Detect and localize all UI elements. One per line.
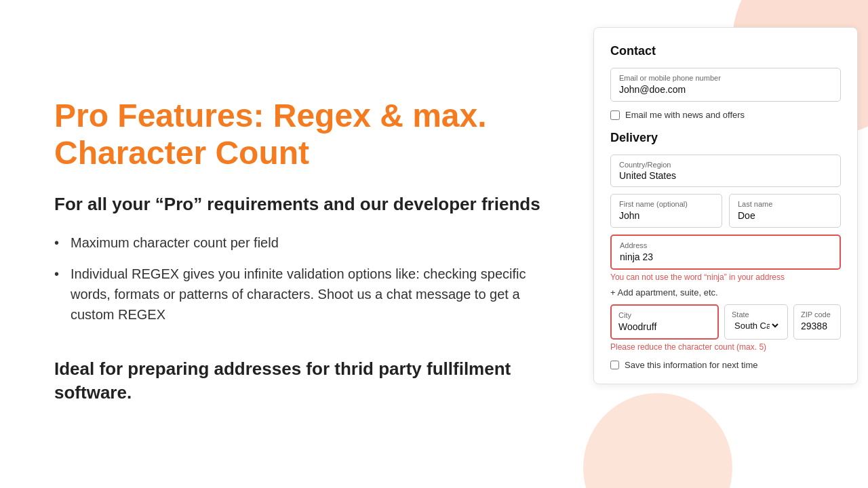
email-field-wrap: Email or mobile phone number: [610, 68, 841, 102]
city-state-zip-row: City State South Carolina ZIP code: [610, 304, 841, 340]
city-field: City: [610, 304, 719, 340]
first-name-input[interactable]: [619, 210, 713, 221]
delivery-section: Delivery Country/Region United States Fi…: [610, 131, 841, 370]
right-panel: Contact Email or mobile phone number Ema…: [583, 0, 868, 488]
save-checkbox[interactable]: [610, 361, 619, 369]
form-card: Contact Email or mobile phone number Ema…: [593, 27, 858, 384]
contact-section-title: Contact: [610, 44, 841, 58]
subtitle: For all your “Pro” requirements and our …: [54, 193, 542, 216]
save-checkbox-label: Save this information for next time: [625, 360, 758, 370]
country-field: Country/Region United States: [610, 155, 841, 187]
email-checkbox-label: Email me with news and offers: [625, 110, 745, 120]
state-select[interactable]: South Carolina: [732, 320, 781, 331]
country-value: United States: [619, 170, 832, 181]
email-checkbox[interactable]: [610, 110, 620, 120]
last-name-label: Last name: [738, 200, 832, 208]
city-error: Please reduce the character count (max. …: [610, 342, 841, 352]
zip-label: ZIP code: [801, 310, 833, 319]
zip-input[interactable]: [801, 321, 833, 331]
address-label: Address: [620, 241, 831, 249]
zip-field: ZIP code: [793, 304, 841, 340]
state-field: State South Carolina: [724, 304, 788, 340]
bullet-list: Maximum character count per field Indivi…: [54, 232, 542, 336]
address-input[interactable]: [620, 251, 831, 262]
ideal-text: Ideal for preparing addresses for thrid …: [54, 357, 542, 405]
state-label: State: [732, 310, 781, 319]
add-apt-link[interactable]: + Add apartment, suite, etc.: [610, 287, 841, 298]
page-title: Pro Features: Regex & max. Character Cou…: [54, 97, 542, 171]
city-input[interactable]: [618, 321, 711, 332]
country-label: Country/Region: [619, 161, 832, 169]
name-row: First name (optional) Last name: [610, 194, 841, 228]
city-label: City: [618, 311, 711, 319]
email-group: Email or mobile phone number: [610, 68, 841, 102]
last-name-input[interactable]: [738, 210, 832, 221]
first-name-label: First name (optional): [619, 200, 713, 208]
bullet-item-2: Individual REGEX gives you infinite vali…: [54, 264, 542, 325]
address-field-wrap: Address: [610, 235, 841, 270]
page-layout: Pro Features: Regex & max. Character Cou…: [0, 0, 868, 488]
first-name-field: First name (optional): [610, 194, 722, 228]
last-name-field: Last name: [729, 194, 841, 228]
address-error: You can not use the word “ninja” in your…: [610, 272, 841, 282]
email-label: Email or mobile phone number: [619, 74, 832, 82]
delivery-section-title: Delivery: [610, 131, 841, 145]
email-input[interactable]: [619, 84, 832, 95]
left-panel: Pro Features: Regex & max. Character Cou…: [0, 0, 583, 488]
email-checkbox-row: Email me with news and offers: [610, 110, 841, 120]
save-row: Save this information for next time: [610, 360, 841, 370]
bullet-item-1: Maximum character count per field: [54, 232, 542, 253]
